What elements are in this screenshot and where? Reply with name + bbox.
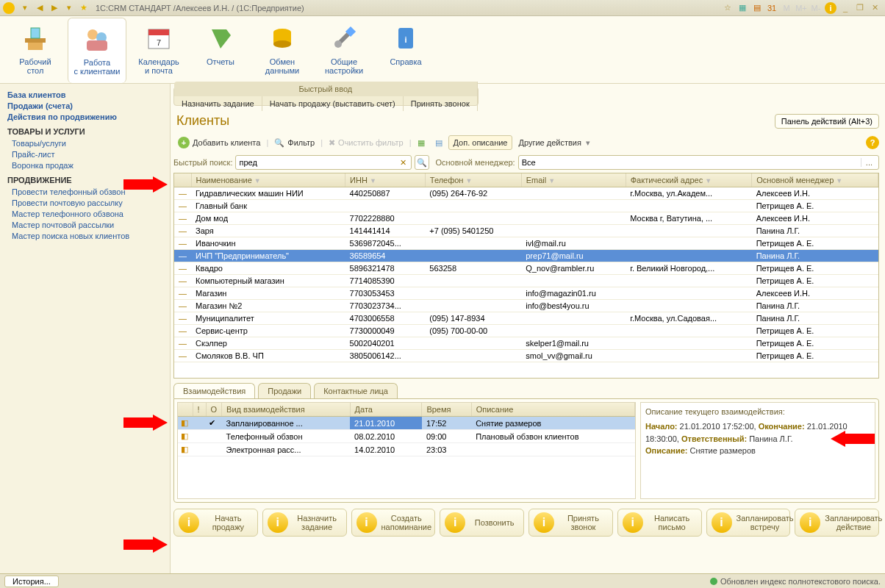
toolbar-help[interactable]: iСправка [376, 18, 435, 83]
table-row[interactable]: —Магазин7703053453info@magazin01.ruАлекс… [174, 287, 878, 300]
toolbar-reports[interactable]: Отчеты [191, 18, 250, 83]
manager-select[interactable]: Все ... [518, 155, 879, 170]
tab[interactable]: Взаимодействия [173, 383, 255, 398]
action-button[interactable]: iПозвонить [440, 509, 524, 537]
table-row[interactable]: —Квадро5896321478563258Q_nov@rambler.ruг… [174, 262, 878, 275]
subgrid-col-header[interactable]: Описание [471, 403, 634, 417]
sidebar-link[interactable]: Провести почтовую рассылку [12, 198, 162, 207]
sidebar-link[interactable]: Действия по продвижению [7, 112, 162, 121]
sidebar-link[interactable]: Прайс-лист [12, 150, 162, 159]
table-row[interactable]: —Компьютерный магазин7714085390Петрищев … [174, 275, 878, 287]
toolbar-desk[interactable]: Рабочийстол [6, 18, 65, 83]
history-button[interactable]: История... [4, 576, 59, 587]
tab[interactable]: Продажи [258, 383, 311, 398]
subgrid-col-header[interactable]: Дата [350, 403, 422, 417]
table-row[interactable]: —Смоляков В.В. ЧП3805006142...smol_vv@gm… [174, 350, 878, 362]
table-row[interactable]: —Иваночкин5369872045...ivl@mail.ruПетрищ… [174, 237, 878, 250]
subgrid-col-header[interactable]: ! [193, 403, 206, 417]
minimize-icon[interactable]: _ [839, 2, 851, 14]
tab[interactable]: Контактные лица [314, 383, 398, 398]
doc-plus-icon: ▦ [418, 138, 425, 148]
favorite-icon[interactable]: ★ [77, 1, 90, 15]
sidebar-link[interactable]: Товары/услуги [12, 139, 162, 148]
table-row[interactable]: —Дом мод7702228880Москва г, Ватутина, ..… [174, 212, 878, 225]
fav-star-icon[interactable]: ☆ [722, 2, 734, 14]
action-button[interactable]: iНазначитьзадание [262, 509, 347, 537]
dropdown-icon[interactable]: ▾ [18, 1, 32, 15]
sidebar-link[interactable]: База клиентов [7, 90, 162, 99]
action-button[interactable]: iЗапланироватьвстречу [706, 509, 791, 537]
action-button[interactable]: iПринятьзвонок [529, 509, 613, 537]
info-icon[interactable]: i [825, 2, 836, 14]
quick-search-input[interactable] [239, 158, 397, 167]
sidebar-link[interactable]: Мастер телефонного обзвона [12, 209, 162, 218]
table-row[interactable]: —Скэлпер5002040201skelper1@mail.ruПетрищ… [174, 337, 878, 350]
date-icon[interactable]: 31 [766, 2, 778, 14]
other-actions-button[interactable]: Другие действия▾ [514, 136, 594, 150]
table-row[interactable]: —Сервис-центр7730000049(095) 700-00-00Пе… [174, 325, 878, 337]
subgrid-col-header[interactable] [178, 403, 193, 417]
cell-inn: 5896321478 [345, 262, 426, 275]
m-plus-icon[interactable]: M+ [795, 2, 807, 14]
nav-dd-icon[interactable]: ▾ [62, 1, 76, 15]
toolbar-clients[interactable]: Работас клиентами [68, 18, 126, 83]
grid-col-header[interactable]: Телефон ▼ [425, 173, 521, 187]
subgrid-col-header[interactable]: О [206, 403, 222, 417]
sidebar-link[interactable]: Продажи (счета) [7, 101, 162, 110]
nav-back-icon[interactable]: ◀ [33, 1, 46, 15]
icon-button-2[interactable]: ▤ [431, 136, 447, 150]
subgrid-col-header[interactable]: Время [422, 403, 471, 417]
icon-button-1[interactable]: ▦ [413, 136, 429, 150]
subgrid-row[interactable]: ◧✔Запланированное ...21.01.201017:52Снят… [178, 417, 635, 430]
help-icon[interactable]: ? [866, 136, 879, 149]
clients-grid[interactable]: Наименование ▼ИНН ▼Телефон ▼Email ▼Факти… [173, 173, 879, 379]
grid-col-header[interactable]: Email ▼ [521, 173, 626, 187]
subgrid-row[interactable]: ◧Электронная расс...14.02.201023:03 [178, 443, 635, 456]
clear-search-icon[interactable]: ✕ [397, 158, 409, 168]
maximize-icon[interactable]: ❐ [854, 2, 866, 14]
quick-search-field[interactable]: ✕ [235, 155, 412, 170]
cell-inn [345, 200, 426, 212]
cell-name: Смоляков В.В. ЧП [191, 350, 345, 362]
clear-filter-button[interactable]: ✖Очистить фильтр [324, 136, 408, 150]
action-button[interactable]: iНачатьпродажу [173, 509, 258, 537]
action-button[interactable]: iЗапланироватьдействие [795, 509, 879, 537]
close-icon[interactable]: ✕ [869, 2, 881, 14]
panel-actions-button[interactable]: Панель действий (Alt+3) [775, 114, 879, 129]
sidebar-link[interactable]: Провести телефонный обзвон [12, 187, 162, 196]
help-icon: i [388, 21, 423, 56]
grid-col-header[interactable]: Наименование ▼ [191, 173, 345, 187]
table-row[interactable]: —Главный банкПетрищев А. Е. [174, 200, 878, 212]
grid-col-header[interactable]: Фактический адрес ▼ [626, 173, 751, 187]
table-row[interactable]: —ИЧП "Предприниматель"36589654prep71@mai… [174, 250, 878, 262]
grid-col-header[interactable]: Основной менеджер ▼ [752, 173, 878, 187]
sidebar-link[interactable]: Мастер почтовой рассылки [12, 220, 162, 229]
subgrid-row[interactable]: ◧Телефонный обзвон08.02.201009:00Плановы… [178, 430, 635, 443]
action-button[interactable]: iНаписатьписьмо [617, 509, 702, 537]
toolbar-settings[interactable]: Общиенастройки [315, 18, 373, 83]
calc-icon[interactable]: ▦ [737, 2, 748, 14]
subgrid-col-header[interactable]: Вид взаимодействия [222, 403, 351, 417]
add-client-button[interactable]: +Добавить клиента [173, 135, 265, 151]
toolbar-calendar[interactable]: 7Календарьи почта [129, 18, 188, 83]
table-row[interactable]: —Гидравлических машин НИИ440250887(095) … [174, 187, 878, 200]
m-minus-icon[interactable]: M- [810, 2, 822, 14]
sidebar-link[interactable]: Мастер поиска новых клиентов [12, 232, 162, 240]
grid-col-header[interactable]: ИНН ▼ [345, 173, 426, 187]
table-row[interactable]: —Заря141441414+7 (095) 5401250Панина Л.Г… [174, 225, 878, 237]
manager-picker-icon[interactable]: ... [861, 158, 877, 167]
filter-button[interactable]: 🔍Фильтр [270, 136, 319, 150]
main-panel: Быстрый ввод Назначить заданиеНачать про… [171, 84, 885, 573]
m-icon[interactable]: M [781, 2, 792, 14]
toolbar-sync[interactable]: Обменданными [253, 18, 312, 83]
action-button[interactable]: iСоздатьнапоминание [351, 509, 436, 537]
nav-fwd-icon[interactable]: ▶ [48, 1, 61, 15]
calendar-icon[interactable]: ▤ [751, 2, 763, 14]
table-row[interactable]: —Муниципалитет4703006558(095) 147-8934г.… [174, 312, 878, 325]
filter-label: Фильтр [287, 138, 315, 147]
extra-desc-button[interactable]: Доп. описание [448, 135, 513, 150]
sidebar-link[interactable]: Воронка продаж [12, 161, 162, 170]
table-row[interactable]: —Магазин №27703023734...info@best4you.ru… [174, 300, 878, 312]
search-go-button[interactable]: 🔍 [415, 155, 429, 170]
interactions-grid[interactable]: !ОВид взаимодействияДатаВремяОписание◧✔З… [177, 402, 636, 499]
